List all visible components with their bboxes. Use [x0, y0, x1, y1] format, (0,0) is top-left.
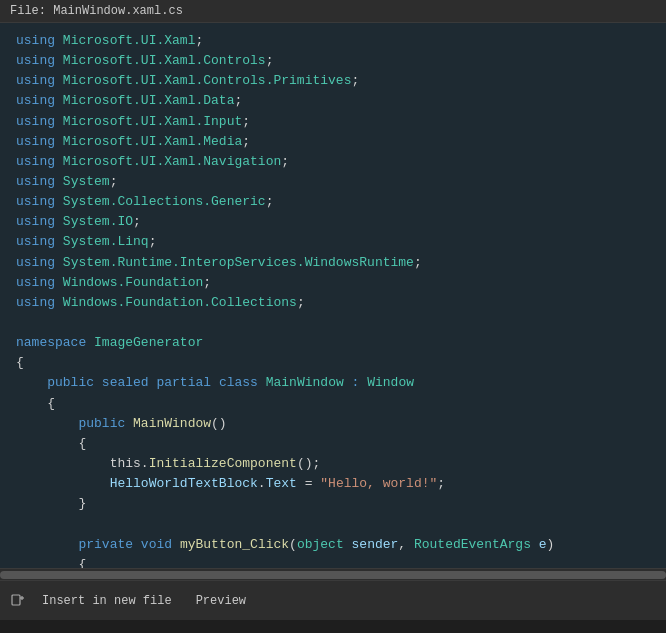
- code-line: {: [0, 434, 666, 454]
- code-line: using System.Linq;: [0, 232, 666, 252]
- code-line: using Microsoft.UI.Xaml.Navigation;: [0, 152, 666, 172]
- code-line: {: [0, 394, 666, 414]
- insert-file-icon: [10, 593, 26, 609]
- code-line: using System.Runtime.InteropServices.Win…: [0, 253, 666, 273]
- code-line: {: [0, 555, 666, 568]
- code-line: HelloWorldTextBlock.Text = "Hello, world…: [0, 474, 666, 494]
- code-line: [0, 313, 666, 333]
- title-bar: File: MainWindow.xaml.cs: [0, 0, 666, 23]
- code-line: private void myButton_Click(object sende…: [0, 535, 666, 555]
- horizontal-scrollbar[interactable]: [0, 568, 666, 580]
- code-line: public sealed partial class MainWindow :…: [0, 373, 666, 393]
- code-line: this.InitializeComponent();: [0, 454, 666, 474]
- code-line: public MainWindow(): [0, 414, 666, 434]
- code-line: using System.IO;: [0, 212, 666, 232]
- svg-rect-0: [12, 595, 20, 605]
- code-line: [0, 514, 666, 534]
- preview-button[interactable]: Preview: [188, 590, 254, 612]
- code-line: using Microsoft.UI.Xaml.Controls.Primiti…: [0, 71, 666, 91]
- code-line: using Microsoft.UI.Xaml.Media;: [0, 132, 666, 152]
- code-line: using Windows.Foundation;: [0, 273, 666, 293]
- insert-new-file-button[interactable]: Insert in new file: [34, 590, 180, 612]
- code-line: using Microsoft.UI.Xaml.Input;: [0, 112, 666, 132]
- code-line: using System;: [0, 172, 666, 192]
- code-line: using Microsoft.UI.Xaml.Data;: [0, 91, 666, 111]
- code-line: {: [0, 353, 666, 373]
- code-line: using Windows.Foundation.Collections;: [0, 293, 666, 313]
- code-line: using System.Collections.Generic;: [0, 192, 666, 212]
- code-area[interactable]: using Microsoft.UI.Xaml;using Microsoft.…: [0, 23, 666, 568]
- code-line: using Microsoft.UI.Xaml.Controls;: [0, 51, 666, 71]
- code-line: namespace ImageGenerator: [0, 333, 666, 353]
- title-text: File: MainWindow.xaml.cs: [10, 4, 183, 18]
- code-line: using Microsoft.UI.Xaml;: [0, 31, 666, 51]
- bottom-bar: Insert in new file Preview: [0, 580, 666, 620]
- scrollbar-thumb[interactable]: [0, 571, 666, 579]
- code-line: }: [0, 494, 666, 514]
